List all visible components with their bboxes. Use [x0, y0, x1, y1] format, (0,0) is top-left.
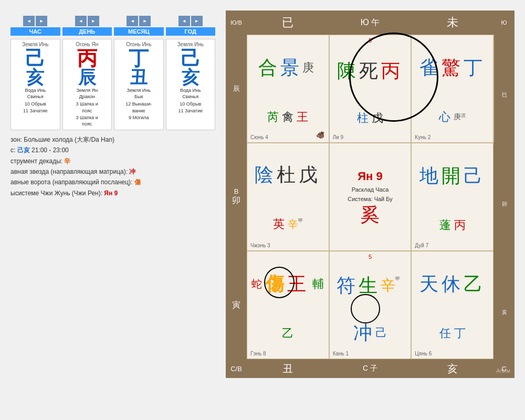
- kan1-char5: 己: [375, 327, 387, 339]
- month-desc: Земля ИньБык: [116, 88, 162, 100]
- month-label[interactable]: МЕСЯЦ: [114, 27, 164, 36]
- kun2-char3: 丁: [464, 58, 482, 77]
- syun4-arrow: 🐗: [316, 131, 324, 139]
- day-desc: Земля ЯнДракон: [64, 88, 111, 100]
- li9-char4: 柱: [357, 112, 369, 124]
- pillar-hour: Земля Инь 己 亥 Вода ИньСвинья 10 Обрыв11 …: [10, 39, 60, 130]
- cell-syun4: 合 景 庚 芮 禽 王 Сюнь 4 🐗: [247, 35, 329, 143]
- kan1-number: 5: [369, 254, 372, 260]
- cell-center: Ян 9 Расклад Часа Система: Чай Бу 奚: [329, 143, 412, 251]
- pillar-day: Огонь Ян 丙 辰 Земля ЯнДракон 3 Шапка ипоя…: [62, 39, 112, 130]
- li9-char2: 死: [359, 61, 378, 80]
- nav-group-year: ◄ ► ГОД: [166, 16, 216, 36]
- hour-sub-char: 亥: [12, 68, 59, 86]
- pillar-grid: Земля Инь 己 亥 Вода ИньСвинья 10 Обрыв11 …: [10, 39, 215, 130]
- li9-char3: 丙: [381, 61, 400, 80]
- hour-label[interactable]: ЧАС: [10, 27, 60, 36]
- li9-char5: 戊: [372, 112, 383, 124]
- zhen3-char1: 陰: [255, 165, 274, 184]
- left-panel: ◄ ► ЧАС ◄ ► ДЕНЬ ◄ ► МЕСЯЦ ◄ ► ГОД: [10, 10, 215, 198]
- dui7-char1: 地: [419, 166, 438, 185]
- li9-label: Ли 9: [333, 134, 344, 140]
- gen8-char1: 蛇: [251, 279, 262, 289]
- month-main-char: 丁: [116, 48, 162, 68]
- cell-kan1: 5 符 生 辛甲 冲 己 Кань 1: [329, 251, 412, 359]
- syun4-char2: 景: [280, 58, 299, 77]
- right-edge-top: 巳: [494, 35, 514, 143]
- zhen3-char2: 杜: [277, 165, 296, 184]
- day-stars: 3 Шапка ипояс3 Шапка ипояс: [64, 101, 111, 127]
- hour-next-btn[interactable]: ►: [36, 16, 47, 26]
- kun2-label: Кунь 2: [415, 134, 430, 140]
- gen8-label: Гэнь 8: [250, 351, 266, 356]
- zhen3-char4: 英: [273, 218, 285, 230]
- dui7-char5: 丙: [454, 219, 466, 231]
- dui7-char3: 己: [464, 166, 482, 185]
- month-prev-btn[interactable]: ◄: [127, 16, 138, 26]
- month-element: Огонь Инь: [116, 41, 162, 47]
- right-edge-mid: 卯: [494, 143, 514, 251]
- gen8-char2: 傷: [265, 275, 284, 293]
- day-main-char: 丙: [64, 48, 111, 68]
- hour-desc: Вода ИньСвинья: [12, 88, 59, 100]
- cell-li9: 5 陳 死 丙 柱 戊 Ли 9: [329, 35, 412, 143]
- header-si: 已: [247, 10, 329, 35]
- nav-group-day: ◄ ► ДЕНЬ: [62, 16, 112, 36]
- kun2-char5: 庚溟: [454, 112, 466, 122]
- year-next-btn[interactable]: ►: [191, 16, 203, 26]
- month-next-btn[interactable]: ►: [139, 16, 151, 26]
- info-hour-period: с: 己亥 21:00 - 23:00: [10, 145, 215, 155]
- hour-arrows: ◄ ►: [23, 16, 47, 26]
- month-sub-char: 丑: [116, 68, 162, 86]
- qian6-char3: 乙: [464, 275, 482, 293]
- year-prev-btn[interactable]: ◄: [178, 16, 190, 26]
- right-edge-bot: 亥: [494, 251, 514, 359]
- syun4-char3: 庚: [302, 62, 314, 74]
- nav-group-hour: ◄ ► ЧАС: [10, 16, 60, 36]
- qian6-char5: 丁: [454, 328, 466, 339]
- header-yu: Ю 午: [329, 10, 412, 35]
- syun4-char6: 王: [297, 111, 308, 123]
- footer-chou: 丑: [247, 359, 329, 378]
- day-prev-btn[interactable]: ◄: [75, 16, 87, 26]
- header-wei: 未: [411, 10, 494, 35]
- dui7-char2: 開: [442, 166, 460, 185]
- hour-prev-btn[interactable]: ◄: [23, 16, 35, 26]
- year-sub-char: 亥: [167, 68, 214, 86]
- right-panel: Ю/В 已 Ю 午 未 Ю 辰 合 景 庚 芮 禽 王 Сюнь 4 🐗 5: [226, 10, 514, 378]
- side-yin: 寅: [226, 251, 247, 359]
- yang-label: Ян 9: [358, 170, 382, 183]
- zhen3-char3: 戊: [299, 165, 318, 184]
- day-next-btn[interactable]: ►: [88, 16, 99, 26]
- nav-group-month: ◄ ► МЕСЯЦ: [114, 16, 164, 36]
- cell-zhen3: 陰 杜 戊 英 辛甲 Чжэнь 3: [247, 143, 329, 251]
- gen8-char3: 王: [287, 275, 306, 293]
- system-label1: Расклад Часа: [352, 186, 389, 193]
- info-system: ысистеме Чжи Жунь (Чжи Рен): Ян 9: [10, 188, 215, 198]
- center-char: 奚: [361, 205, 380, 224]
- kan1-label: Кань 1: [333, 351, 349, 356]
- day-element: Огонь Ян: [64, 41, 111, 47]
- info-section: зон: Большие холода (大寒/Da Han) с: 己亥 21…: [10, 134, 215, 198]
- kun2-char2: 驚: [442, 58, 460, 77]
- navigation-row: ◄ ► ЧАС ◄ ► ДЕНЬ ◄ ► МЕСЯЦ ◄ ► ГОД: [10, 16, 215, 36]
- li9-char1: 陳: [337, 61, 356, 80]
- info-season: зон: Большие холода (大寒/Da Han): [10, 134, 215, 145]
- syun4-char5: 禽: [282, 111, 293, 123]
- qian6-char1: 天: [419, 275, 438, 293]
- footer-sv: С/В: [226, 359, 247, 378]
- year-element: Земля Инь: [167, 41, 214, 47]
- year-label[interactable]: ГОД: [166, 27, 216, 36]
- syun4-char4: 芮: [267, 111, 279, 123]
- cell-dui7: 地 開 己 蓬 丙 Дуй 7: [411, 143, 494, 251]
- kan1-char4: 冲: [353, 323, 372, 342]
- day-label[interactable]: ДЕНЬ: [62, 27, 112, 36]
- hour-main-char: 己: [12, 48, 59, 68]
- kan1-char3: 辛甲: [381, 276, 400, 296]
- pillar-year: Земля Инь 己 亥 Вода ИньСвинья 10 Обрыв11 …: [166, 39, 216, 130]
- side-chen: 辰: [226, 35, 247, 143]
- side-mao: В 卯: [226, 143, 247, 251]
- li9-number: 5: [369, 37, 372, 44]
- dui7-label: Дуй 7: [415, 243, 428, 248]
- zhen3-label: Чжэнь 3: [250, 243, 270, 248]
